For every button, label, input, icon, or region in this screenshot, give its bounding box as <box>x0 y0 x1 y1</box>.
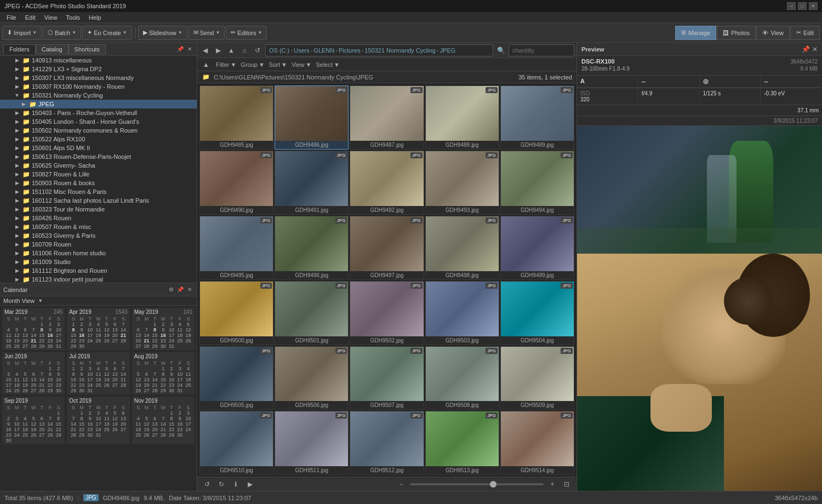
calendar-day[interactable]: 14 <box>46 421 54 427</box>
tree-toggle-icon[interactable]: ▶ <box>13 179 21 187</box>
calendar-day[interactable]: 7 <box>30 327 38 333</box>
addr-refresh-button[interactable]: 🔍 <box>495 45 506 56</box>
photos-mode-button[interactable]: 🖼 Photos <box>717 26 756 40</box>
folder-tree[interactable]: ▶📁140913 miscellaneous▶📁141229 LX3 + Sig… <box>0 56 197 283</box>
calendar-day[interactable]: 29 <box>151 343 159 349</box>
calendar-day[interactable]: 14 <box>151 377 159 382</box>
calendar-day[interactable]: 26 <box>30 432 38 438</box>
menu-edit[interactable]: Edit <box>21 13 40 22</box>
select-button[interactable]: Select ▼ <box>316 61 339 68</box>
calendar-day[interactable]: 14 <box>142 333 151 338</box>
calendar-day[interactable]: 25 <box>134 432 142 438</box>
calendar-day[interactable]: 14 <box>30 333 38 338</box>
calendar-day[interactable]: 19 <box>102 333 111 338</box>
calendar-day[interactable]: 10 <box>184 416 192 421</box>
calendar-day[interactable]: 9 <box>159 327 167 333</box>
calendar-day[interactable]: 31 <box>94 432 102 438</box>
calendar-day[interactable]: 8 <box>78 416 86 421</box>
filter-button[interactable]: Filter ▼ <box>216 61 236 68</box>
photo-thumbnail[interactable]: JPG GDH9497.jpg <box>350 216 424 280</box>
minimize-button[interactable]: ─ <box>787 2 796 10</box>
photo-thumbnail[interactable]: JPG GDH9491.jpg <box>275 151 349 215</box>
calendar-day[interactable]: 7 <box>159 416 167 421</box>
calendar-day[interactable]: 6 <box>119 410 127 416</box>
calendar-day[interactable]: 29 <box>46 388 54 393</box>
calendar-day[interactable]: 11 <box>102 416 111 421</box>
calendar-day[interactable]: 28 <box>46 432 54 438</box>
calendar-day[interactable]: 23 <box>86 427 94 432</box>
editors-button[interactable]: ✏ Editors ▼ <box>226 26 267 40</box>
calendar-day[interactable]: 5 <box>30 416 38 421</box>
calendar-day[interactable]: 12 <box>102 371 111 377</box>
calendar-day[interactable]: 3 <box>13 416 21 421</box>
tree-toggle-icon[interactable]: ▶ <box>13 205 21 213</box>
calendar-day[interactable]: 5 <box>142 416 151 421</box>
tree-item[interactable]: ▶📁150307 RX100 Normandy - Rouen <box>0 82 197 91</box>
tree-toggle-icon[interactable]: ▶ <box>13 127 21 134</box>
tree-item[interactable]: ▶📁150405 London - Shard - Horse Guard's <box>0 117 197 126</box>
calendar-day[interactable]: 28 <box>30 343 38 349</box>
photo-thumbnail[interactable]: JPG GDH9499.jpg <box>500 216 574 280</box>
photo-thumbnail[interactable]: JPG GDH9506.jpg <box>275 346 349 410</box>
calendar-day[interactable]: 16 <box>86 421 94 427</box>
photo-thumbnail[interactable]: JPG GDH9501.jpg <box>275 281 349 345</box>
calendar-day[interactable]: 17 <box>4 382 13 388</box>
calendar-day[interactable]: 17 <box>54 333 62 338</box>
calendar-day[interactable]: 4 <box>184 366 192 371</box>
tree-toggle-icon[interactable]: ▶ <box>13 214 21 222</box>
tree-item[interactable]: ▶📁160523 Giverny & Paris <box>0 231 197 240</box>
calendar-day[interactable]: 11 <box>94 371 102 377</box>
calendar-day[interactable]: 9 <box>78 371 86 377</box>
tree-item[interactable]: ▶📁141229 LX3 + Sigma DP2 <box>0 65 197 73</box>
calendar-day[interactable]: 16 <box>46 333 54 338</box>
tree-item[interactable]: ▶📁161123 indoor petit journal <box>0 275 197 283</box>
photo-thumbnail[interactable]: JPG GDH9493.jpg <box>425 151 499 215</box>
photo-thumbnail[interactable]: JPG GDH9500.jpg <box>199 281 273 345</box>
photo-thumbnail[interactable]: JPG GDH9510.jpg <box>199 411 273 475</box>
calendar-day[interactable]: 30 <box>167 388 175 393</box>
calendar-day[interactable]: 29 <box>69 388 77 393</box>
photo-thumbnail[interactable]: JPG GDH9507.jpg <box>350 346 424 410</box>
calendar-day[interactable]: 12 <box>142 421 151 427</box>
photo-thumbnail[interactable]: JPG GDH9498.jpg <box>425 216 499 280</box>
calendar-pin-button[interactable]: 📌 <box>176 286 184 294</box>
calendar-settings-button[interactable]: ⚙ <box>167 286 175 294</box>
calendar-day[interactable]: 30 <box>54 388 62 393</box>
calendar-day[interactable]: 25 <box>184 382 192 388</box>
calendar-day[interactable]: 12 <box>184 327 192 333</box>
zoom-slider-thumb[interactable] <box>490 481 496 488</box>
photo-thumbnail[interactable]: JPG GDH9511.jpg <box>275 411 349 475</box>
calendar-day[interactable]: 4 <box>176 322 184 327</box>
calendar-day[interactable]: 20 <box>134 338 142 343</box>
calendar-day[interactable]: 28 <box>159 432 167 438</box>
breadcrumb-os[interactable]: OS (C:) <box>269 47 289 54</box>
calendar-day[interactable]: 24 <box>86 382 94 388</box>
calendar-day[interactable]: 8 <box>167 416 175 421</box>
calendar-day[interactable]: 19 <box>142 427 151 432</box>
calendar-day[interactable]: 16 <box>159 333 167 338</box>
info-button[interactable]: ℹ <box>230 479 241 490</box>
calendar-day[interactable]: 18 <box>13 382 21 388</box>
tree-item[interactable]: ▶📁160426 Rouen <box>0 214 197 222</box>
tree-toggle-icon[interactable]: ▶ <box>13 83 21 90</box>
photo-thumbnail[interactable]: JPG GDH9496.jpg <box>275 216 349 280</box>
calendar-day[interactable]: 8 <box>69 327 77 333</box>
calendar-day[interactable]: 10 <box>86 327 94 333</box>
tree-toggle-icon[interactable]: ▶ <box>13 188 21 196</box>
calendar-day[interactable]: 15 <box>159 377 167 382</box>
calendar-day[interactable]: 9 <box>176 416 184 421</box>
calendar-day[interactable]: 3 <box>86 322 94 327</box>
calendar-day[interactable]: 15 <box>78 421 86 427</box>
tree-item[interactable]: ▶📁160507 Rouen & misc <box>0 222 197 231</box>
calendar-day[interactable]: 12 <box>21 377 29 382</box>
calendar-day[interactable]: 21 <box>69 427 77 432</box>
calendar-day[interactable]: 22 <box>38 338 46 343</box>
calendar-day[interactable]: 29 <box>38 343 46 349</box>
tab-catalog[interactable]: Catalog <box>36 44 68 54</box>
calendar-day[interactable]: 17 <box>86 377 94 382</box>
tree-toggle-icon[interactable]: ▶ <box>13 276 21 283</box>
tree-item[interactable]: ▶📁160112 Sacha last photos Lazuil Lindt … <box>0 196 197 205</box>
calendar-day[interactable]: 11 <box>21 421 29 427</box>
create-button[interactable]: ✦ Eo Create ▼ <box>82 26 132 40</box>
tree-item[interactable]: ▶📁150601 Alps 5D MK II <box>0 144 197 152</box>
